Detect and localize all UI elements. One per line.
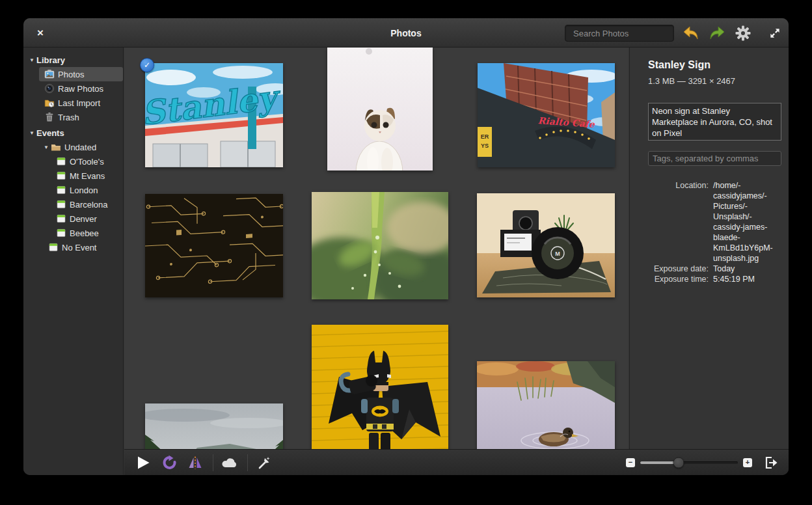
gear-icon bbox=[735, 25, 751, 41]
cloud-sync-button[interactable] bbox=[219, 453, 241, 472]
sidebar-item-photos[interactable]: Photos bbox=[39, 67, 123, 81]
raw-photos-icon bbox=[44, 83, 55, 94]
flip-button[interactable] bbox=[184, 453, 206, 472]
event-icon bbox=[56, 228, 66, 238]
sidebar-item-last-import[interactable]: Last Import bbox=[23, 96, 123, 110]
zoom-controls: − + bbox=[626, 453, 781, 472]
slideshow-icon bbox=[135, 455, 151, 471]
chevron-down-icon[interactable]: ▼ bbox=[29, 57, 35, 63]
sidebar-item-raw-photos[interactable]: Raw Photos bbox=[23, 81, 123, 96]
undo-button[interactable] bbox=[683, 25, 699, 42]
sidebar-item-event-london[interactable]: London bbox=[23, 183, 123, 197]
event-icon bbox=[56, 185, 66, 195]
event-icon bbox=[56, 199, 66, 210]
slideshow-button[interactable] bbox=[132, 453, 154, 472]
undo-icon bbox=[683, 26, 699, 40]
sidebar-item-event-mt-evans[interactable]: Mt Evans bbox=[23, 169, 123, 183]
photo-thumbnail[interactable] bbox=[327, 48, 433, 171]
svg-text:YS: YS bbox=[481, 143, 489, 149]
field-location: Location: /home/- cassidyjames/- Picture… bbox=[648, 180, 779, 264]
details-panel: Stanley Sign 1.3 MB — 3291 × 2467 Neon s… bbox=[629, 48, 789, 449]
enhance-icon bbox=[256, 455, 272, 471]
sidebar-item-event-denver[interactable]: Denver bbox=[23, 212, 123, 226]
photo-thumbnail[interactable]: M bbox=[477, 193, 615, 297]
sidebar-item-event-beebee[interactable]: Beebee bbox=[23, 226, 123, 240]
enhance-button[interactable] bbox=[253, 453, 275, 472]
flip-icon bbox=[187, 455, 203, 471]
zoom-out-button[interactable]: − bbox=[626, 458, 635, 467]
sidebar-item-undated[interactable]: ▼ Undated bbox=[23, 140, 123, 154]
zoom-in-button[interactable]: + bbox=[743, 458, 752, 467]
bottom-toolbar: − + bbox=[124, 449, 789, 475]
event-icon bbox=[56, 171, 66, 181]
photo-meta: 1.3 MB — 3291 × 2467 bbox=[648, 76, 779, 86]
search-input[interactable] bbox=[573, 29, 688, 38]
last-import-icon bbox=[44, 98, 55, 108]
sidebar-item-event-barcelona[interactable]: Barcelona bbox=[23, 197, 123, 212]
toolbar-separator bbox=[247, 454, 248, 471]
close-icon: × bbox=[37, 27, 44, 40]
search-box[interactable] bbox=[565, 25, 674, 42]
svg-text:ER: ER bbox=[481, 133, 489, 140]
sidebar-item-event-otooles[interactable]: O'Toole's bbox=[23, 154, 123, 169]
check-icon: ✓ bbox=[144, 61, 150, 70]
close-button[interactable]: × bbox=[33, 25, 48, 41]
selected-check-badge: ✓ bbox=[140, 58, 154, 72]
event-icon bbox=[56, 213, 66, 224]
event-icon bbox=[48, 242, 59, 252]
fullscreen-icon bbox=[768, 27, 781, 40]
zoom-slider-handle[interactable] bbox=[673, 457, 684, 468]
titlebar: × Photos bbox=[23, 18, 789, 48]
sidebar-header-events[interactable]: ▼ Events bbox=[23, 126, 123, 140]
sidebar-item-trash[interactable]: Trash bbox=[23, 110, 123, 124]
photo-thumbnail[interactable] bbox=[477, 361, 615, 449]
svg-text:M: M bbox=[555, 251, 560, 257]
sidebar: ▼ Library Photos Raw Photos bbox=[23, 48, 124, 475]
photos-icon bbox=[44, 69, 55, 79]
tags-input[interactable] bbox=[648, 151, 781, 166]
fullscreen-button[interactable] bbox=[766, 25, 783, 42]
sidebar-header-library[interactable]: ▼ Library bbox=[23, 53, 123, 67]
rotate-icon bbox=[161, 455, 177, 471]
field-exposure-date: Exposure date: Today bbox=[648, 264, 779, 274]
photo-thumbnail[interactable] bbox=[312, 325, 448, 449]
photo-title: Stanley Sign bbox=[648, 59, 779, 71]
chevron-down-icon[interactable]: ▼ bbox=[29, 130, 35, 136]
photo-grid: Stanley ✓ bbox=[124, 48, 629, 449]
sidebar-item-no-event[interactable]: No Event bbox=[23, 240, 123, 254]
cloud-icon bbox=[221, 455, 239, 471]
redo-button[interactable] bbox=[709, 25, 725, 42]
export-button[interactable] bbox=[761, 453, 781, 472]
photo-thumbnail[interactable] bbox=[145, 403, 283, 449]
photo-thumbnail[interactable]: Rialto Cafe ER YS bbox=[478, 63, 615, 167]
metadata-fields: Location: /home/- cassidyjames/- Picture… bbox=[648, 180, 779, 284]
settings-button[interactable] bbox=[735, 25, 751, 42]
export-icon bbox=[763, 455, 779, 471]
comment-field[interactable]: Neon sign at Stanley Marketplace in Auro… bbox=[648, 103, 781, 141]
photos-app-window: × Photos bbox=[23, 18, 789, 475]
redo-icon bbox=[709, 26, 725, 40]
rotate-button[interactable] bbox=[158, 453, 180, 472]
toolbar-separator bbox=[213, 454, 213, 471]
folder-icon bbox=[51, 142, 61, 152]
photo-thumbnail[interactable] bbox=[312, 192, 448, 299]
field-exposure-time: Exposure time: 5:45:19 PM bbox=[648, 274, 779, 284]
photo-thumbnail[interactable] bbox=[145, 194, 283, 297]
trash-icon bbox=[44, 112, 55, 122]
photo-thumbnail[interactable]: Stanley ✓ bbox=[145, 63, 283, 167]
zoom-slider[interactable] bbox=[640, 461, 738, 464]
chevron-down-icon[interactable]: ▼ bbox=[43, 144, 49, 150]
event-icon bbox=[56, 156, 66, 167]
